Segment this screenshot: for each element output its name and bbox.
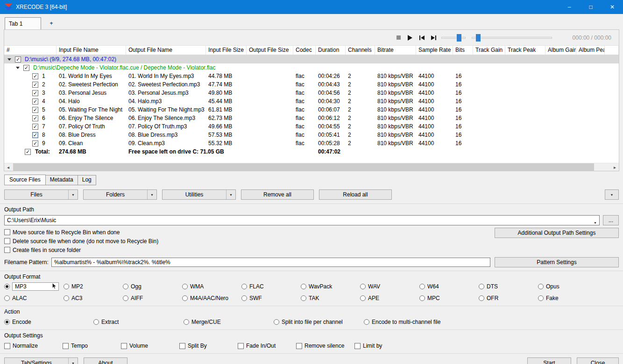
outset-checkbox-limit-by[interactable]: Limit by xyxy=(354,342,413,350)
output-path-input[interactable]: C:\Users\Erix\Music xyxy=(4,215,600,225)
track-checkbox[interactable] xyxy=(32,90,38,96)
seek-slider[interactable] xyxy=(472,34,552,42)
previous-track-button[interactable] xyxy=(418,34,425,42)
format-option-fake[interactable]: Fake xyxy=(538,294,597,302)
track-checkbox[interactable] xyxy=(32,98,38,105)
stop-button[interactable] xyxy=(395,34,402,42)
format-selected-box[interactable]: MP3 xyxy=(12,282,59,291)
filename-pattern-input[interactable]: %albumartist% - %album%\%track2%. %title… xyxy=(51,258,490,267)
format-option-wavpack[interactable]: WavPack xyxy=(301,282,360,291)
expand-arrow-icon[interactable] xyxy=(16,67,20,69)
column-header-duration[interactable]: Duration xyxy=(316,46,346,55)
format-option-wav[interactable]: WAV xyxy=(360,282,419,291)
outset-checkbox-split-by[interactable]: Split By xyxy=(179,342,238,350)
maximize-button[interactable]: □ xyxy=(580,0,602,14)
column-header-sample-rate[interactable]: Sample Rate xyxy=(416,46,453,55)
column-header-album-peak[interactable]: Album Peak xyxy=(576,46,605,55)
column-header-output-file-size[interactable]: Output File Size xyxy=(247,46,293,55)
folders-dropdown-button[interactable]: Folders xyxy=(83,189,157,200)
format-option-mpc[interactable]: MPC xyxy=(419,294,479,302)
outpath-checkbox-create-files-in-source-folder[interactable]: Create files in source folder xyxy=(4,245,495,254)
action-option-merge-cue[interactable]: Merge/CUE xyxy=(184,318,274,326)
column-header-bits[interactable]: Bits xyxy=(453,46,473,55)
volume-slider[interactable] xyxy=(441,34,466,42)
format-option-aiff[interactable]: AIFF xyxy=(123,294,182,302)
track-row[interactable]: 303. Personal Jesus03. Personal Jesus.mp… xyxy=(4,89,619,97)
tab-1[interactable]: Tab 1 xyxy=(5,17,41,29)
track-checkbox[interactable] xyxy=(32,73,38,79)
track-row[interactable]: 101. World In My Eyes01. World In My Eye… xyxy=(4,72,619,80)
tab-settings-dropdown-button[interactable]: Tab/Settings xyxy=(4,357,78,364)
expand-arrow-icon[interactable] xyxy=(7,58,11,61)
action-option-encode-to-multi-channel-file[interactable]: Encode to multi-channel file xyxy=(364,318,619,326)
column-header-channels[interactable]: Channels xyxy=(346,46,375,55)
format-option-tak[interactable]: TAK xyxy=(301,294,360,302)
scroll-left-arrow[interactable] xyxy=(4,163,12,171)
browse-button[interactable]: ... xyxy=(603,215,619,225)
format-option-mp2[interactable]: MP2 xyxy=(64,282,123,291)
chevron-down-icon[interactable] xyxy=(68,190,78,199)
start-button[interactable]: Start xyxy=(527,357,571,364)
outset-checkbox-remove-silence[interactable]: Remove silence xyxy=(296,342,354,350)
utilities-dropdown-button[interactable]: Utilities xyxy=(162,189,236,200)
track-row[interactable]: 505. Waiting For The Night05. Waiting Fo… xyxy=(4,105,619,114)
files-dropdown-button[interactable]: Files xyxy=(4,189,78,200)
seek-slider-thumb[interactable] xyxy=(476,34,481,42)
track-checkbox[interactable] xyxy=(32,124,38,130)
outpath-checkbox-delete-source-file-when-done-do-not-move-to-recycle-bin[interactable]: Delete source file when done (do not mov… xyxy=(4,237,495,245)
reload-all-button[interactable]: Reload all xyxy=(319,189,392,200)
track-row[interactable]: 202. Sweetest Perfection02. Sweetest Per… xyxy=(4,80,619,89)
format-option-w64[interactable]: W64 xyxy=(419,282,479,291)
format-option-flac[interactable]: FLAC xyxy=(241,282,301,291)
chevron-down-icon[interactable] xyxy=(68,358,78,364)
track-checkbox[interactable] xyxy=(32,115,38,121)
format-option-mp3[interactable]: MP3 xyxy=(4,282,64,291)
remove-all-button[interactable]: Remove all xyxy=(241,189,314,200)
column-header-album-gain[interactable]: Album Gain xyxy=(545,46,576,55)
pattern-settings-button[interactable]: Pattern Settings xyxy=(495,257,619,267)
column-header-output-file-name[interactable]: Output File Name xyxy=(126,46,206,55)
close-button-footer[interactable]: Close xyxy=(577,357,619,364)
track-row[interactable]: 404. Halo04. Halo.mp345.44 MBflac00:04:3… xyxy=(4,97,619,105)
more-options-dropdown-button[interactable] xyxy=(605,189,619,200)
scrollbar-thumb[interactable] xyxy=(13,163,594,171)
format-option-ape[interactable]: APE xyxy=(360,294,419,302)
track-row[interactable]: 707. Policy Of Truth07. Policy Of Truth.… xyxy=(4,122,619,131)
action-option-encode[interactable]: Encode xyxy=(4,318,93,326)
view-tab-metadata[interactable]: Metadata xyxy=(45,175,78,185)
format-option-ofr[interactable]: OFR xyxy=(479,294,538,302)
additional-output-path-settings-button[interactable]: Additional Output Path Settings xyxy=(495,228,619,238)
total-checkbox[interactable] xyxy=(25,149,31,155)
format-option-dts[interactable]: DTS xyxy=(479,282,538,291)
next-track-button[interactable] xyxy=(430,34,437,42)
track-checkbox[interactable] xyxy=(32,140,38,147)
column-header-codec[interactable]: Codec xyxy=(293,46,316,55)
format-option-m4a-aac-nero[interactable]: M4A/AAC/Nero xyxy=(182,294,241,302)
outset-checkbox-normalize[interactable]: Normalize xyxy=(4,342,63,350)
track-checkbox[interactable] xyxy=(32,82,38,88)
outpath-checkbox-move-source-file-to-recycle-bin-when-done[interactable]: Move source file to Recycle Bin when don… xyxy=(4,228,495,237)
track-checkbox[interactable] xyxy=(32,132,38,138)
format-option-swf[interactable]: SWF xyxy=(241,294,301,302)
column-header-track-gain[interactable]: Track Gain xyxy=(473,46,505,55)
scroll-right-arrow[interactable] xyxy=(611,163,619,171)
outset-checkbox-volume[interactable]: Volume xyxy=(121,342,179,350)
volume-slider-thumb[interactable] xyxy=(457,34,461,42)
column-header-x[interactable]: # xyxy=(4,46,57,55)
chevron-down-icon[interactable] xyxy=(147,190,156,199)
group-checkbox[interactable] xyxy=(15,56,21,63)
chevron-down-icon[interactable] xyxy=(594,219,597,225)
view-tab-log[interactable]: Log xyxy=(78,175,96,185)
format-option-ac3[interactable]: AC3 xyxy=(64,294,123,302)
track-row[interactable]: 606. Enjoy The Silence06. Enjoy The Sile… xyxy=(4,114,619,122)
format-option-wma[interactable]: WMA xyxy=(182,282,241,291)
column-header-bitrate[interactable]: Bitrate xyxy=(375,46,416,55)
play-button[interactable] xyxy=(406,34,414,42)
cue-row[interactable]: D:\music\Depeche Mode - Violator.flac.cu… xyxy=(4,63,619,72)
outset-checkbox-fade-in-out[interactable]: Fade In/Out xyxy=(238,342,296,350)
format-option-alac[interactable]: ALAC xyxy=(4,294,64,302)
outset-checkbox-tempo[interactable]: Tempo xyxy=(63,342,121,350)
format-option-ogg[interactable]: Ogg xyxy=(123,282,182,291)
column-header-input-file-name[interactable]: Input File Name xyxy=(57,46,126,55)
about-button[interactable]: About xyxy=(84,357,127,364)
